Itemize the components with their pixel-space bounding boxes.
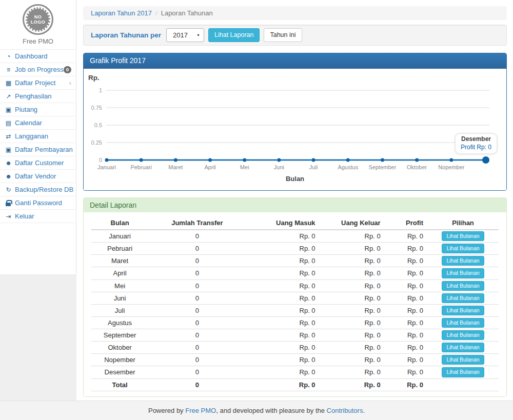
logo-link[interactable]: NO LOGO	[0, 4, 76, 35]
lihat-bulanan-button[interactable]: Lihat Bulanan	[442, 293, 484, 303]
table-icon: ▦	[5, 80, 12, 86]
sidebar-item-ganti-password[interactable]: Ganti Password	[0, 196, 76, 210]
sidebar-item-piutang[interactable]: ▣ Piutang	[0, 103, 76, 116]
sidebar-item-job-on-progress[interactable]: ≡ Job on Progress 0	[0, 63, 76, 76]
table-header-row: Bulan Jumlah Transfer Uang Masuk Uang Ke…	[91, 216, 499, 230]
cell-profit: Rp. 0	[385, 230, 427, 243]
sidebar-item-label: Daftar Pembayaran	[15, 146, 73, 153]
sidebar-item-label: Langganan	[15, 132, 48, 140]
cell-bulan: Juli	[91, 304, 148, 316]
select-caret-icon: ▼	[196, 33, 200, 37]
sidebar-item-dashboard[interactable]: ◔ Dashboard	[0, 50, 76, 63]
table-row: September 0 Rp. 0 Rp. 0 Rp. 0 Lihat Bula…	[91, 329, 499, 342]
chart-panel-body: Rp. 10.750.50.250JanuariPebruariMaretApr…	[84, 69, 506, 190]
money-icon: ▣	[5, 147, 12, 153]
cell-profit: Rp. 0	[385, 316, 427, 329]
cell-jumlah-transfer: 0	[148, 342, 246, 354]
lihat-bulanan-button[interactable]: Lihat Bulanan	[442, 268, 484, 278]
col-header-jumlah-transfer: Jumlah Transfer	[148, 216, 246, 230]
contributors-link[interactable]: Contributors	[327, 407, 363, 414]
sidebar-item-daftar-customer[interactable]: ☻ Daftar Customer	[0, 156, 76, 170]
chart-icon: ↗	[5, 93, 12, 99]
sidebar-item-calendar[interactable]: ▤ Calendar	[0, 116, 76, 130]
svg-text:0.25: 0.25	[91, 139, 102, 146]
lihat-bulanan-button[interactable]: Lihat Bulanan	[442, 256, 484, 266]
free-pmo-link[interactable]: Free PMO	[185, 407, 216, 414]
cell-profit: Rp. 0	[385, 304, 427, 316]
cell-jumlah-transfer: 0	[148, 366, 246, 378]
chart-tooltip: Desember Profit Rp: 0	[455, 133, 498, 154]
cell-profit: Rp. 0	[385, 279, 427, 292]
sidebar-item-label: Dashboard	[15, 52, 48, 60]
signout-icon: ⇥	[5, 213, 12, 219]
year-select[interactable]: 2017 ▼	[166, 28, 204, 42]
table-row: Maret 0 Rp. 0 Rp. 0 Rp. 0 Lihat Bulanan	[91, 255, 499, 267]
breadcrumb-link-laporan-tahun[interactable]: Laporan Tahun 2017	[91, 9, 152, 17]
logo-text-line2: LOGO	[31, 19, 46, 25]
cell-jumlah-transfer: 0	[148, 255, 246, 267]
total-masuk: Rp. 0	[246, 378, 320, 391]
cell-bulan: Januari	[91, 230, 148, 243]
footer-prefix: Powered by	[148, 407, 185, 414]
table-row: Nopember 0 Rp. 0 Rp. 0 Rp. 0 Lihat Bulan…	[91, 354, 499, 366]
cell-uang-keluar: Rp. 0	[320, 342, 385, 354]
lihat-bulanan-button[interactable]: Lihat Bulanan	[442, 281, 484, 291]
cell-uang-masuk: Rp. 0	[246, 279, 320, 292]
lihat-bulanan-button[interactable]: Lihat Bulanan	[442, 367, 484, 377]
table-row: Mei 0 Rp. 0 Rp. 0 Rp. 0 Lihat Bulanan	[91, 279, 499, 292]
users-icon: ☻	[5, 160, 12, 166]
sidebar-menu: ◔ Dashboard ≡ Job on Progress 0 ▦ Daftar…	[0, 49, 76, 223]
lihat-laporan-button[interactable]: Lihat Laporan	[208, 28, 260, 43]
lihat-bulanan-button[interactable]: Lihat Bulanan	[442, 244, 484, 253]
lihat-bulanan-button[interactable]: Lihat Bulanan	[442, 231, 484, 241]
cell-uang-masuk: Rp. 0	[246, 304, 320, 316]
cell-uang-keluar: Rp. 0	[320, 366, 385, 378]
lihat-bulanan-button[interactable]: Lihat Bulanan	[442, 306, 484, 315]
detail-laporan-panel: Detail Laporan Bulan Jumlah Transfer Uan…	[83, 197, 507, 397]
table-row: Pebruari 0 Rp. 0 Rp. 0 Rp. 0 Lihat Bulan…	[91, 243, 499, 255]
lihat-bulanan-button[interactable]: Lihat Bulanan	[442, 355, 484, 365]
table-row: Agustus 0 Rp. 0 Rp. 0 Rp. 0 Lihat Bulana…	[91, 316, 499, 329]
tasks-icon: ≡	[5, 67, 12, 73]
table-row: April 0 Rp. 0 Rp. 0 Rp. 0 Lihat Bulanan	[91, 267, 499, 279]
sidebar-item-keluar[interactable]: ⇥ Keluar	[0, 210, 76, 223]
tahun-ini-button[interactable]: Tahun ini	[264, 28, 302, 43]
cell-uang-keluar: Rp. 0	[320, 292, 385, 304]
breadcrumb: Laporan Tahun 2017 / Laporan Tahunan	[83, 6, 507, 20]
sidebar-item-langganan[interactable]: ⇄ Langganan	[0, 130, 76, 143]
sidebar-item-daftar-project[interactable]: ▦ Daftar Project ‹	[0, 76, 76, 90]
cell-bulan: Agustus	[91, 316, 148, 329]
sidebar-item-daftar-pembayaran[interactable]: ▣ Daftar Pembayaran	[0, 143, 76, 156]
svg-text:0.5: 0.5	[94, 122, 102, 128]
table-row: Januari 0 Rp. 0 Rp. 0 Rp. 0 Lihat Bulana…	[91, 230, 499, 243]
cell-bulan: Juni	[91, 292, 148, 304]
lihat-bulanan-button[interactable]: Lihat Bulanan	[442, 343, 484, 352]
sidebar-item-penghasilan[interactable]: ↗ Penghasilan	[0, 90, 76, 103]
table-row: Oktober 0 Rp. 0 Rp. 0 Rp. 0 Lihat Bulana…	[91, 342, 499, 354]
svg-text:Pebruari: Pebruari	[130, 164, 152, 170]
cell-profit: Rp. 0	[385, 243, 427, 255]
cell-profit: Rp. 0	[385, 366, 427, 378]
sidebar-item-daftar-vendor[interactable]: ☻ Daftar Vendor	[0, 170, 76, 183]
sidebar-item-backup-restore-db[interactable]: ↻ Backup/Restore DB	[0, 183, 76, 196]
report-toolbar: Laporan Tahunan per 2017 ▼ Lihat Laporan…	[83, 25, 507, 46]
cell-jumlah-transfer: 0	[148, 230, 246, 243]
users-icon: ☻	[5, 173, 12, 179]
cell-profit: Rp. 0	[385, 329, 427, 342]
footer-middle: , and developed with pleasure by the	[216, 407, 326, 414]
svg-text:Mei: Mei	[240, 164, 249, 170]
sidebar-item-label: Daftar Vendor	[15, 172, 56, 180]
svg-text:Januari: Januari	[97, 164, 116, 170]
cell-bulan: Desember	[91, 366, 148, 378]
cell-bulan: Maret	[91, 255, 148, 267]
sidebar-item-label: Penghasilan	[15, 92, 52, 100]
lihat-bulanan-button[interactable]: Lihat Bulanan	[442, 318, 484, 328]
svg-text:0: 0	[99, 157, 102, 163]
main-content: Laporan Tahun 2017 / Laporan Tahunan Lap…	[76, 0, 513, 401]
svg-text:0.75: 0.75	[91, 105, 102, 111]
profit-chart: 10.750.50.250JanuariPebruariMaretAprilMe…	[91, 69, 501, 190]
sidebar-item-label: Ganti Password	[15, 199, 62, 207]
cell-bulan: April	[91, 267, 148, 279]
cell-jumlah-transfer: 0	[148, 243, 246, 255]
lihat-bulanan-button[interactable]: Lihat Bulanan	[442, 330, 484, 340]
